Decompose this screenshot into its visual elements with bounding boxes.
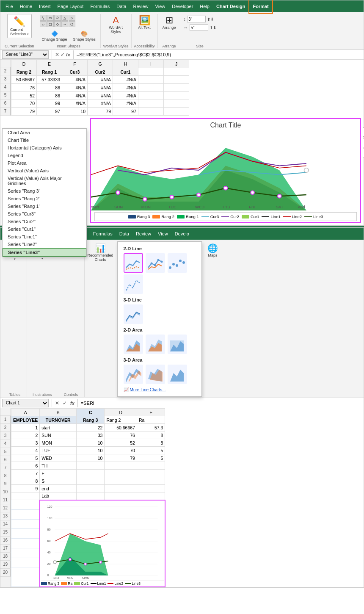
bcell-A19[interactable] <box>11 567 40 577</box>
bcell-A8[interactable]: 7 <box>11 470 40 477</box>
bcell-C8[interactable] <box>77 470 105 477</box>
2d-area-icon-3[interactable] <box>168 335 187 354</box>
dropdown-vert-major-gridlines[interactable]: Vertical (Value) Axis Major Gridlines <box>3 174 86 187</box>
bcell-D4[interactable]: 52 <box>105 439 137 447</box>
bcell-C1[interactable]: Rang 3 <box>77 416 105 424</box>
bcell-A2[interactable]: 1 <box>11 424 40 431</box>
bcell-E3[interactable]: 8 <box>137 431 165 439</box>
top-chart[interactable]: Chart Title <box>90 118 361 223</box>
shape-oval[interactable]: ⬭ <box>54 15 61 21</box>
shape-rect[interactable]: ▭ <box>47 15 54 21</box>
bcell-D3[interactable]: 76 <box>105 431 137 439</box>
bcell-A15[interactable] <box>11 529 40 539</box>
bcell-E2[interactable]: 57.3 <box>137 424 165 431</box>
cell-H7[interactable]: 97 <box>113 108 138 116</box>
cell-J5[interactable] <box>164 91 189 100</box>
menu-file[interactable]: File <box>2 0 17 12</box>
bottom-menu-review[interactable]: Review <box>132 231 154 236</box>
2d-area-icon-2[interactable] <box>146 335 165 354</box>
line-chart-icon-4[interactable] <box>124 274 143 294</box>
tab-chartdesign[interactable]: Chart Design <box>213 0 248 12</box>
shape-line[interactable]: ╲ <box>40 15 47 21</box>
bcell-E9[interactable] <box>137 477 165 485</box>
cell-D2[interactable]: Rang 2 <box>11 68 37 76</box>
bcell-D9[interactable] <box>105 477 137 485</box>
bcell-E1[interactable]: Ra <box>137 416 165 424</box>
shape-box[interactable]: ▱ <box>40 21 47 27</box>
cell-I6[interactable] <box>138 100 164 108</box>
bcell-C10[interactable] <box>77 485 105 492</box>
wordart-styles-button[interactable]: A WordArtStyles <box>107 14 125 36</box>
3d-area-icon-3[interactable] <box>168 365 187 384</box>
bcell-B9[interactable]: S <box>40 477 77 485</box>
bcell-E6[interactable]: 5 <box>137 454 165 462</box>
cell-I3[interactable] <box>138 76 164 84</box>
shape-dia[interactable]: ◇ <box>54 21 61 27</box>
bcell-B5[interactable]: TUE <box>40 447 77 454</box>
cell-J2[interactable] <box>164 68 189 76</box>
bcell-B6[interactable]: WED <box>40 454 77 462</box>
line-chart-icon-1[interactable] <box>124 253 143 273</box>
width-input[interactable] <box>190 24 208 31</box>
bcell-E8[interactable] <box>137 470 165 477</box>
confirm-formula-icon[interactable]: ✓ <box>61 52 65 58</box>
bcell-A12[interactable] <box>11 500 40 510</box>
bcell-D7[interactable] <box>105 462 137 470</box>
bcell-E4[interactable]: 8 <box>137 439 165 447</box>
menu-home[interactable]: Home <box>17 0 36 12</box>
bcell-B8[interactable]: F <box>40 470 77 477</box>
menu-formulas[interactable]: Formulas <box>87 0 113 12</box>
bottom-menu-view[interactable]: View <box>154 231 171 236</box>
bottom-menu-formulas[interactable]: Formulas <box>90 231 116 236</box>
bcell-E10[interactable] <box>137 485 165 492</box>
shape-pent[interactable]: ⬠ <box>69 21 75 27</box>
bcell-D5[interactable]: 70 <box>105 447 137 454</box>
cell-J4[interactable] <box>164 84 189 92</box>
arrange-button[interactable]: ⊞ Arrange <box>160 14 178 31</box>
bcell-D11[interactable] <box>105 492 137 500</box>
cell-D3[interactable]: 50.66667 <box>11 76 37 84</box>
menu-view[interactable]: View <box>152 0 169 12</box>
bcell-D10[interactable] <box>105 485 137 492</box>
bcell-C6[interactable]: 10 <box>77 454 105 462</box>
cell-J7[interactable] <box>164 108 189 116</box>
alt-text-button[interactable]: 🖼️ Alt Text <box>136 14 153 31</box>
bcell-B4[interactable]: MON <box>40 439 77 447</box>
cell-G5[interactable]: #N/A <box>88 91 113 100</box>
name-box-top[interactable]: Series "Line3" <box>2 50 49 59</box>
cell-F3[interactable]: #N/A <box>62 76 88 84</box>
cell-F7[interactable]: 10 <box>62 108 88 116</box>
line-chart-icon-3[interactable] <box>168 253 187 273</box>
shape-styles-button[interactable]: 🎨 Shape Styles <box>71 29 98 43</box>
cell-E3[interactable]: 57.33333 <box>37 76 62 84</box>
dropdown-line3[interactable]: Series "Line3" <box>3 248 86 257</box>
bcell-C7[interactable] <box>77 462 105 470</box>
bcell-C4[interactable]: 10 <box>77 439 105 447</box>
bcell-B11[interactable]: Lab <box>40 492 77 500</box>
cell-F5[interactable]: #N/A <box>62 91 88 100</box>
maps-button[interactable]: 🌐 Maps <box>204 241 222 259</box>
2d-area-icon-1[interactable] <box>124 335 143 354</box>
bcell-C11[interactable] <box>77 492 105 500</box>
bcell-E5[interactable]: 5 <box>137 447 165 454</box>
cell-G3[interactable]: #N/A <box>88 76 113 84</box>
shape-more[interactable]: ▷ <box>69 15 75 21</box>
bcell-C5[interactable]: 10 <box>77 447 105 454</box>
cell-H4[interactable]: #N/A <box>113 84 138 92</box>
cell-E2[interactable]: Rang 1 <box>37 68 62 76</box>
cell-H2[interactable]: Cur1 <box>113 68 138 76</box>
bottom-fx-icon[interactable]: fx <box>69 401 76 406</box>
cell-E6[interactable]: 99 <box>37 100 62 108</box>
dropdown-vert-axis[interactable]: Vertical (Value) Axis <box>3 167 86 174</box>
bcell-A13[interactable] <box>11 509 40 519</box>
shape-tri[interactable]: △ <box>61 15 68 21</box>
bcell-A14[interactable] <box>11 519 40 529</box>
bcell-A20[interactable] <box>11 577 40 587</box>
change-shape-button[interactable]: 🔷 Change Shape <box>40 29 69 43</box>
bcell-B10[interactable]: end <box>40 485 77 492</box>
bcell-D1[interactable]: Rang 2 <box>105 416 137 424</box>
dropdown-cur1[interactable]: Series "Cur1" <box>3 225 86 233</box>
line-chart-icon-2[interactable] <box>146 253 165 273</box>
recommended-charts-button[interactable]: 📊 RecommendedCharts <box>85 241 116 263</box>
more-line-charts-link[interactable]: 📈 More Line Charts... <box>124 387 196 392</box>
